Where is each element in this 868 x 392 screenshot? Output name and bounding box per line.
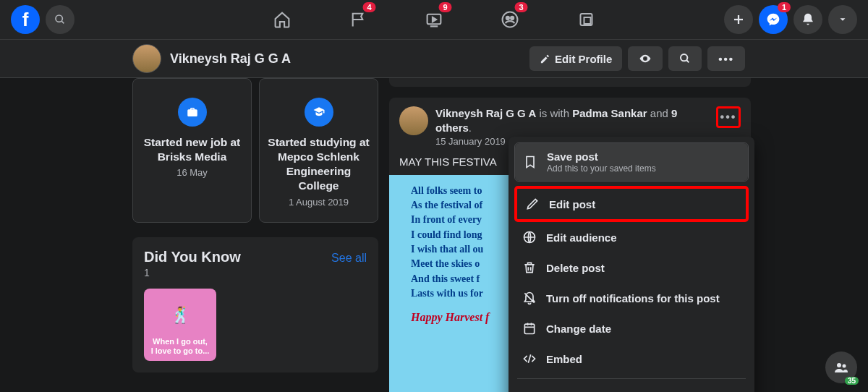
menu-delete-post[interactable]: Delete post (514, 252, 749, 283)
eye-icon (639, 52, 652, 65)
more-icon: ••• (718, 53, 734, 65)
messenger-badge: 1 (778, 2, 791, 12)
gaming-icon (577, 11, 595, 28)
svg-point-5 (506, 17, 509, 20)
pages-badge: 4 (362, 2, 375, 12)
nav-center: 4 9 3 (273, 4, 595, 36)
post-more-button[interactable]: ••• (716, 106, 741, 128)
gaming-tab[interactable] (577, 4, 595, 36)
floating-groups-count: 35 (845, 377, 859, 385)
search-button[interactable] (46, 5, 75, 34)
search-profile-button[interactable] (668, 46, 702, 71)
bell-icon (801, 12, 815, 27)
profile-bar: Vikneysh Raj G G A Edit Profile ••• (0, 40, 868, 78)
menu-edit-post[interactable]: Edit post (514, 186, 749, 222)
caret-down-icon (838, 14, 848, 25)
bell-off-icon (522, 290, 537, 306)
groups-tab[interactable]: 3 (501, 4, 519, 36)
search-icon (54, 14, 66, 25)
watch-tab[interactable]: 9 (425, 4, 443, 36)
dyk-card-text: When I go out,I love to go to... (151, 337, 210, 356)
menu-hide-from-timeline[interactable]: Hide from timeline This post may still a… (514, 383, 749, 392)
facebook-logo[interactable]: f (11, 5, 40, 34)
home-icon (273, 10, 292, 29)
graduation-icon (305, 98, 333, 127)
previous-post-stub (389, 78, 751, 87)
edit-profile-label: Edit Profile (555, 53, 612, 65)
svg-line-13 (686, 60, 689, 62)
post: Vikneysh Raj G G A is with Padma Sankar … (389, 98, 751, 392)
life-event-date: 1 August 2019 (267, 197, 370, 208)
messenger-icon (766, 12, 780, 27)
menu-embed[interactable]: Embed (514, 344, 749, 374)
groups-icon (501, 10, 519, 29)
view-as-button[interactable] (628, 46, 663, 71)
post-avatar[interactable] (399, 106, 428, 135)
home-tab[interactable] (273, 4, 292, 36)
post-tagged-person[interactable]: Padma Sankar (572, 107, 647, 119)
svg-point-23 (837, 363, 841, 367)
svg-point-12 (681, 54, 687, 61)
right-column: Vikneysh Raj G G A is with Padma Sankar … (389, 78, 751, 392)
watch-icon (425, 10, 443, 29)
menu-edit-audience[interactable]: Edit audience (514, 222, 749, 252)
svg-point-24 (843, 365, 846, 368)
calendar-icon (522, 320, 537, 336)
topbar: f 4 9 3 1 (0, 0, 868, 40)
bookmark-icon (522, 154, 538, 170)
svg-point-6 (511, 17, 514, 20)
floating-groups-button[interactable]: 35 (825, 351, 857, 383)
nav-right: 1 (724, 5, 857, 34)
search-icon (679, 53, 691, 64)
pencil-icon (524, 196, 540, 212)
create-button[interactable] (724, 5, 753, 34)
life-event-card[interactable]: Started studying at Mepco Schlenk Engine… (259, 78, 378, 223)
profile-avatar[interactable] (132, 44, 161, 73)
life-event-cards: Started new job at Brisks Media 16 May S… (132, 78, 378, 223)
life-event-title: Started new job at Brisks Media (140, 135, 244, 164)
did-you-know-panel: Did You Know 1 See all 🕺 When I go out,I… (132, 237, 378, 372)
profile-more-button[interactable]: ••• (707, 46, 745, 71)
watch-badge: 9 (438, 2, 451, 12)
person-icon: 🕺 (171, 306, 190, 325)
flag-icon (349, 10, 367, 29)
profile-name: Vikneysh Raj G G A (170, 51, 291, 67)
svg-point-4 (503, 12, 518, 27)
briefcase-icon (178, 98, 207, 127)
life-event-date: 16 May (140, 167, 244, 178)
svg-rect-8 (584, 17, 590, 24)
globe-icon (522, 229, 537, 245)
people-icon (833, 359, 850, 376)
menu-turn-off-notifications[interactable]: Turn off notifications for this post (514, 283, 749, 313)
svg-line-1 (61, 21, 64, 23)
messenger-button[interactable]: 1 (759, 5, 788, 34)
menu-change-date[interactable]: Change date (514, 313, 749, 344)
pencil-icon (540, 54, 550, 64)
post-date[interactable]: 15 January 2019 (435, 136, 506, 148)
svg-rect-16 (524, 324, 534, 333)
life-event-card[interactable]: Started new job at Brisks Media 16 May (132, 78, 252, 223)
code-icon (522, 351, 537, 367)
svg-point-0 (56, 15, 62, 22)
menu-save-post[interactable]: Save post Add this to your saved items (515, 143, 748, 181)
trash-icon (522, 260, 537, 276)
see-all-link[interactable]: See all (331, 252, 367, 265)
life-event-title: Started studying at Mepco Schlenk Engine… (267, 135, 370, 194)
dyk-card[interactable]: 🕺 When I go out,I love to go to... (144, 289, 216, 361)
edit-profile-button[interactable]: Edit Profile (529, 46, 622, 71)
svg-point-11 (644, 58, 647, 60)
left-column: Started new job at Brisks Media 16 May S… (132, 78, 378, 392)
pages-tab[interactable]: 4 (349, 4, 367, 36)
dyk-count: 1 (144, 267, 241, 278)
dyk-title: Did You Know (144, 249, 241, 265)
plus-icon (732, 13, 745, 26)
groups-badge: 3 (514, 2, 527, 12)
content: Started new job at Brisks Media 16 May S… (0, 78, 868, 392)
account-button[interactable] (828, 5, 857, 34)
post-options-menu: Save post Add this to your saved items E… (509, 137, 754, 392)
post-author[interactable]: Vikneysh Raj G G A (435, 107, 536, 119)
notifications-button[interactable] (793, 5, 822, 34)
profile-actions: Edit Profile ••• (529, 46, 745, 71)
